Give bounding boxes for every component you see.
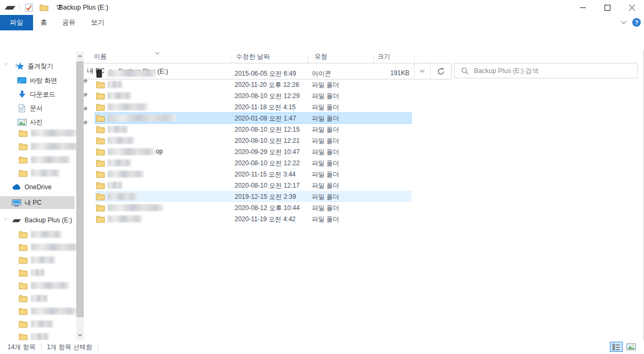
file-date: 2020-09-29 오전 10:47 [235, 148, 300, 157]
censored-name [108, 137, 134, 144]
search-box[interactable] [454, 63, 638, 78]
desktop-icon [17, 76, 27, 85]
file-row[interactable]: 2020-08-10 오전 12:22파일 폴더 [95, 157, 412, 168]
navigation-bar: 내 PC Backup Plus (E:) [0, 30, 644, 50]
file-row[interactable]: 2020-08-10 오전 12:17파일 폴더 [95, 180, 412, 191]
help-button[interactable]: ? [632, 18, 641, 27]
search-input[interactable] [473, 67, 637, 75]
sidebar-item-backup-plus-drive[interactable]: Backup Plus (E:) [12, 214, 86, 227]
column-header-date[interactable]: 수정한 날짜 [236, 52, 270, 61]
maximize-button[interactable] [595, 0, 619, 15]
file-row[interactable]: 2020-11-19 오전 4:42파일 폴더 [95, 213, 412, 224]
file-size: 191KB [361, 69, 409, 77]
pin-icon [83, 119, 88, 125]
column-divider[interactable] [308, 54, 308, 65]
scroll-up-arrow-icon[interactable] [76, 52, 84, 60]
file-row[interactable]: 2020-11-15 오전 3:44파일 폴더 [95, 168, 412, 180]
column-divider[interactable] [373, 54, 374, 65]
censored-name [108, 148, 155, 155]
ribbon-tab-파일[interactable]: 파일 [0, 15, 33, 30]
expand-chevron-icon[interactable] [3, 62, 8, 66]
file-row[interactable]: 2020-08-10 오전 12:21파일 폴더 [95, 135, 412, 146]
scroll-down-arrow-icon[interactable] [76, 331, 84, 339]
file-row[interactable]: 2020-11-20 오후 12:26파일 폴더 [95, 79, 412, 90]
censored-name [108, 193, 137, 200]
file-row[interactable]: 2015-06-05 오전 6:49아이콘191KB [95, 68, 412, 79]
file-date: 2020-11-18 오전 4:15 [235, 103, 296, 112]
file-type: 파일 폴더 [312, 92, 339, 101]
ribbon-tab-공유[interactable]: 공유 [54, 15, 83, 30]
column-header-name[interactable]: 이름 [94, 52, 107, 61]
folder-icon [18, 332, 28, 341]
folder-icon [96, 81, 105, 88]
sidebar-label: 즐겨찾기 [28, 62, 53, 71]
address-dropdown-chevron-icon[interactable] [414, 63, 430, 79]
folder-icon [18, 128, 28, 137]
censored-name [108, 103, 148, 110]
sidebar-item-my-pc[interactable]: 내 PC [12, 196, 86, 209]
status-separator [41, 343, 42, 351]
column-header-type[interactable]: 유형 [315, 52, 327, 61]
folder-icon [18, 255, 28, 264]
file-row[interactable]: op2020-09-29 오전 10:47파일 폴더 [95, 146, 412, 157]
favorites-star-icon [15, 62, 25, 70]
navigation-pane: 즐겨찾기 바탕 화면다운로드문서사진 OneDrive 내 PC Backup … [0, 50, 84, 340]
sidebar-scrollbar[interactable] [76, 52, 84, 342]
censored-label [31, 282, 69, 289]
file-type: 파일 폴더 [312, 125, 339, 134]
file-type: 아이콘 [312, 69, 331, 78]
selected-count-label: 1개 항목 선택함 [47, 343, 92, 352]
file-row[interactable]: 2020-08-12 오후 10:44파일 폴더 [95, 202, 412, 213]
file-date: 2020-01-08 오전 1:47 [235, 114, 296, 123]
pin-icon [83, 106, 88, 111]
folder-icon [18, 294, 28, 302]
ribbon-tab-홈[interactable]: 홈 [33, 15, 54, 30]
properties-quick-button[interactable] [23, 2, 35, 13]
censored-label [31, 143, 80, 150]
details-view-button[interactable] [610, 342, 623, 352]
file-type: 파일 폴더 [312, 148, 339, 157]
file-row[interactable]: 2020-01-08 오전 1:47파일 폴더 [95, 112, 412, 124]
file-date: 2015-06-05 오전 6:49 [235, 69, 296, 78]
scrollbar-thumb[interactable] [76, 61, 84, 317]
ribbon-collapse-chevron-icon[interactable] [621, 20, 627, 25]
censored-name [108, 182, 123, 189]
file-type: 파일 폴더 [312, 192, 339, 202]
censored-name [108, 204, 164, 211]
refresh-button[interactable] [430, 63, 451, 79]
column-divider[interactable] [230, 54, 231, 65]
ribbon-tab-보기[interactable]: 보기 [83, 15, 112, 30]
folder-icon [18, 243, 28, 251]
file-type: 파일 폴더 [312, 204, 339, 213]
file-type: 파일 폴더 [312, 215, 339, 224]
new-folder-quick-button[interactable] [38, 2, 50, 13]
status-separator [98, 343, 98, 351]
computer-monitor-icon [12, 198, 21, 207]
file-date: 2020-08-10 오전 12:21 [235, 136, 300, 146]
file-row[interactable]: 2020-11-18 오전 4:15파일 폴더 [95, 101, 412, 112]
sidebar-item-onedrive[interactable]: OneDrive [12, 181, 86, 194]
folder-icon [96, 103, 105, 111]
expand-chevron-icon[interactable] [3, 218, 8, 221]
file-row[interactable]: 2019-12-15 오전 2:39파일 폴더 [95, 191, 412, 202]
column-divider[interactable] [414, 54, 415, 65]
censored-label [31, 170, 60, 176]
minimize-button[interactable] [570, 0, 595, 15]
thumbnail-view-button[interactable] [625, 342, 638, 352]
file-type: 파일 폴더 [312, 103, 339, 112]
folder-icon [18, 168, 28, 177]
censored-name [108, 81, 123, 88]
status-bar: 14개 항목 1개 항목 선택함 [0, 340, 644, 354]
sort-chevron-icon [155, 52, 160, 55]
file-row[interactable]: 2020-08-10 오전 12:29파일 폴더 [95, 90, 412, 101]
close-button[interactable] [619, 0, 644, 15]
file-date: 2020-08-10 오전 12:22 [235, 159, 300, 168]
file-row[interactable]: 2020-08-10 오전 12:15파일 폴더 [95, 124, 412, 135]
icon-file-icon [96, 69, 102, 78]
file-date: 2020-08-10 오전 12:17 [235, 181, 300, 190]
file-date: 2020-08-12 오후 10:44 [235, 204, 300, 213]
folder-icon [96, 215, 105, 223]
column-header-size[interactable]: 크기 [377, 52, 390, 61]
file-type: 파일 폴더 [312, 181, 339, 190]
download-icon [17, 90, 27, 99]
